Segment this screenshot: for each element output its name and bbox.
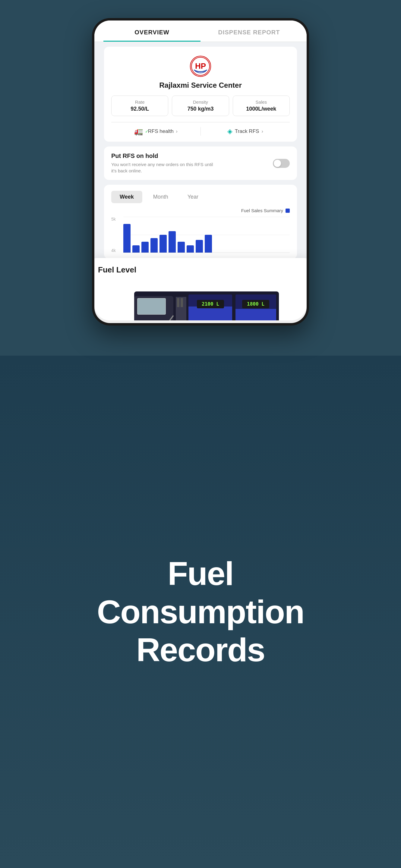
rate-stat: Rate 92.50/L [111,96,168,116]
density-label: Density [176,99,225,104]
bar-1 [123,224,130,253]
legend-label: Fuel Sales Summary [241,208,283,213]
chart-section: Week Month Year Fuel Sales Summary 5k 4k [104,185,297,259]
content-wrapper: HP Rajlaxmi Service Center Rate 92.50 [94,42,307,320]
bar-10 [205,235,212,253]
rfs-health-icon: 🚛 [134,127,143,135]
service-center-name: Rajlaxmi Service Center [111,81,290,90]
track-rfs-label: Track RFS [235,128,259,134]
rate-label: Rate [115,99,164,104]
sales-label: Sales [237,99,286,104]
density-value: 750 kg/m3 [176,106,225,112]
chart-area: 5k 4k [111,217,290,253]
y-label-4k: 4k [111,248,116,253]
screen-content: HP Rajlaxmi Service Center Rate 92.50 [94,42,307,320]
action-row: 🚛 ✓ RFS health › ◈ Track RFS › [111,122,290,135]
y-axis-labels: 5k 4k [111,217,116,253]
bar-6 [168,231,176,253]
phone-shell: OVERVIEW DISPENSE REPORT HP [92,18,309,326]
rfs-hold-toggle[interactable] [273,159,290,168]
svg-rect-8 [181,298,183,307]
svg-text:2100 L: 2100 L [202,301,219,307]
rfs-health-chevron-icon: › [176,129,178,134]
bar-5 [159,235,167,253]
legend-color-dot [285,209,290,213]
tab-bar: OVERVIEW DISPENSE REPORT [94,21,307,42]
svg-rect-7 [177,298,179,307]
rfs-hold-section: Put RFS on hold You won't receive any ne… [104,147,297,180]
chart-bars [123,217,290,253]
y-label-5k: 5k [111,217,116,221]
rfs-hold-text: Put RFS on hold You won't receive any ne… [111,153,214,174]
density-stat: Density 750 kg/m3 [172,96,229,116]
headline-text: Fuel Consumption Records [97,555,304,669]
svg-text:1800 L: 1800 L [247,301,265,307]
tab-dispense-report[interactable]: DISPENSE REPORT [201,21,298,41]
toggle-knob [274,160,281,167]
svg-rect-5 [138,299,165,314]
check-badge-icon: ✓ [145,129,149,134]
track-rfs-icon: ◈ [227,127,233,135]
bar-2 [132,245,140,253]
rfs-hold-description: You won't receive any new orders on this… [111,161,214,174]
bar-3 [142,242,149,253]
bar-4 [150,238,158,253]
svg-rect-14 [236,309,276,320]
track-rfs-chevron-icon: › [261,129,263,134]
bottom-section: Fuel Consumption Records [0,355,401,868]
rfs-health-label: RFS health [148,128,174,134]
fuel-level-card: Fuel Level [94,258,307,320]
filter-week[interactable]: Week [111,191,142,203]
service-center-card: HP Rajlaxmi Service Center Rate 92.50 [104,47,297,142]
track-rfs-action[interactable]: ◈ Track RFS › [201,127,290,135]
truck-illustration: 2100 L 1800 L [98,279,303,320]
bar-7 [178,242,185,253]
chart-legend: Fuel Sales Summary [111,208,290,213]
bar-9 [196,240,203,253]
stats-row: Rate 92.50/L Density 750 kg/m3 Sales 100… [111,96,290,116]
tab-overview[interactable]: OVERVIEW [103,21,201,41]
headline-line1: Fuel [97,555,304,593]
hp-logo: HP [190,56,211,77]
headline-line2: Consumption [97,593,304,631]
sales-stat: Sales 1000L/week [233,96,290,116]
fuel-level-title: Fuel Level [98,265,303,275]
rfs-health-action[interactable]: 🚛 ✓ RFS health › [111,127,201,135]
service-logo: HP [111,56,290,77]
sales-value: 1000L/week [237,106,286,112]
filter-year[interactable]: Year [179,191,207,203]
headline-line3: Records [97,631,304,669]
filter-month[interactable]: Month [145,191,177,203]
bar-8 [187,245,194,253]
phone-screen: OVERVIEW DISPENSE REPORT HP [94,21,307,323]
filter-tabs: Week Month Year [111,191,290,203]
svg-rect-10 [188,307,232,320]
rate-value: 92.50/L [115,106,164,112]
svg-text:HP: HP [195,61,206,70]
rfs-hold-title: Put RFS on hold [111,153,214,159]
